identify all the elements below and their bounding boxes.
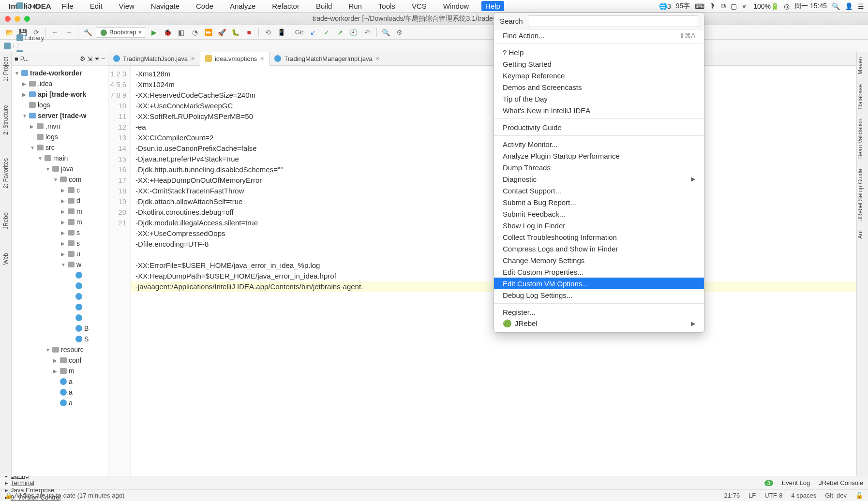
jrebel-debug-icon[interactable]: 🐛 — [230, 27, 241, 38]
bottom-right-item[interactable]: JRebel Console — [819, 479, 863, 486]
tree-node[interactable] — [12, 280, 108, 291]
menu-analyze[interactable]: Analyze — [226, 1, 259, 11]
project-tree[interactable]: ■P... ⚙ ⇲ ✷ − ▼trade-workorder▶.idea▶api… — [12, 52, 108, 476]
tree-node[interactable]: ▶m — [12, 366, 108, 376]
breadcrumb-segment[interactable]: Users — [16, 2, 75, 10]
tree-node[interactable]: ▶.mvn — [12, 121, 108, 132]
help-item[interactable]: Dump Threads — [494, 162, 704, 173]
tree-node[interactable]: a — [12, 398, 108, 408]
help-item[interactable]: Submit a Bug Report... — [494, 196, 704, 208]
git-rollback-icon[interactable]: ↶ — [362, 27, 373, 38]
help-item[interactable]: ? Help — [494, 46, 704, 58]
open-icon[interactable]: 📂 — [4, 27, 15, 38]
help-item[interactable]: Show Log in Finder — [494, 220, 704, 231]
mic-icon[interactable]: 🎙 — [709, 2, 716, 10]
tool-tab-2-favorites[interactable]: 2: Favorites — [2, 156, 9, 191]
run-icon[interactable]: ▶ — [149, 27, 160, 38]
profile-icon[interactable]: ◔ — [190, 27, 200, 38]
tree-node[interactable] — [12, 270, 108, 280]
build-icon[interactable]: 🔨 — [82, 27, 93, 38]
attach-icon[interactable]: ⏩ — [203, 27, 214, 38]
jrebel-run-icon[interactable]: 🚀 — [217, 27, 227, 38]
ime-indicator[interactable]: 95字 — [676, 2, 690, 11]
help-item[interactable]: Compress Logs and Show in Finder — [494, 243, 704, 254]
gradle-sync-icon[interactable]: ⟲ — [263, 27, 273, 38]
project-tree-header[interactable]: ■P... ⚙ ⇲ ✷ − — [12, 52, 108, 66]
help-item[interactable]: Tip of the Day — [494, 93, 704, 104]
menu-window[interactable]: Window — [439, 1, 473, 11]
debug-icon[interactable]: 🐞 — [163, 27, 173, 38]
status-item[interactable]: Git: dev — [825, 492, 847, 499]
menu-vcs[interactable]: VCS — [408, 1, 431, 11]
tree-node[interactable]: ▼main — [12, 153, 108, 163]
git-update-icon[interactable]: ↙ — [308, 27, 318, 38]
menu-tools[interactable]: Tools — [374, 1, 399, 11]
settings-icon[interactable]: ⚙ — [394, 27, 405, 38]
status-item[interactable]: 4 spaces — [791, 492, 816, 499]
zoom-window-button[interactable] — [24, 16, 30, 22]
event-log-badge[interactable]: 3 — [764, 479, 773, 486]
wifi-icon[interactable]: ᯤ — [742, 2, 748, 10]
help-item[interactable]: Keymap Reference — [494, 70, 704, 81]
help-item[interactable]: 🟢JRebel▶ — [494, 318, 704, 329]
tool-tab-jrebel[interactable]: JRebel — [2, 209, 9, 231]
close-tab-icon[interactable]: ✕ — [191, 56, 195, 62]
tree-node[interactable] — [12, 302, 108, 312]
tree-node[interactable]: ▼trade-workorder — [12, 68, 108, 78]
tree-node[interactable]: ▼server [trade-w — [12, 110, 108, 121]
tree-node[interactable]: ▶s — [12, 227, 108, 238]
clock[interactable]: 周一 15:45 — [794, 2, 827, 11]
padlock-icon[interactable]: 🔓 — [855, 492, 863, 499]
close-tab-icon[interactable]: ✕ — [375, 56, 380, 62]
tree-node[interactable]: ▶u — [12, 249, 108, 259]
git-push-icon[interactable]: ↗ — [335, 27, 345, 38]
help-item[interactable]: Demos and Screencasts — [494, 81, 704, 93]
menu-navigate[interactable]: Navigate — [147, 1, 183, 11]
tool-tab-database[interactable]: Database — [857, 79, 864, 114]
tree-node[interactable]: logs — [12, 132, 108, 142]
tree-node[interactable]: a — [12, 376, 108, 387]
status-item[interactable]: LF — [748, 492, 756, 499]
search-everywhere-icon[interactable]: 🔍 — [381, 27, 391, 38]
tree-node[interactable]: ▶.idea — [12, 78, 108, 89]
editor-tab[interactable]: idea.vmoptions✕ — [200, 52, 269, 66]
bottom-right-item[interactable]: Event Log — [782, 479, 810, 486]
help-item[interactable]: Edit Custom Properties... — [494, 266, 704, 278]
tree-node[interactable]: ▶api [trade-work — [12, 89, 108, 100]
help-item[interactable]: Submit Feedback... — [494, 208, 704, 220]
tree-node[interactable]: ▶m — [12, 206, 108, 217]
tree-node[interactable]: ▶m — [12, 217, 108, 227]
tool-tab-bean-validation[interactable]: Bean Validation — [857, 114, 864, 163]
tree-node[interactable]: ▶conf — [12, 355, 108, 366]
menu-run[interactable]: Run — [344, 1, 366, 11]
tree-node[interactable]: ▼src — [12, 142, 108, 153]
status-item[interactable]: UTF-8 — [764, 492, 782, 499]
tool-tab-maven[interactable]: Maven — [857, 52, 864, 79]
editor-tab[interactable]: TradingMatchJson.java✕ — [108, 52, 200, 65]
close-window-button[interactable] — [5, 16, 11, 22]
globe-icon[interactable]: 🌐3 — [659, 2, 671, 10]
breadcrumb-segment[interactable]: Library — [16, 34, 75, 42]
help-item[interactable]: Analyze Plugin Startup Performance — [494, 150, 704, 162]
git-history-icon[interactable]: 🕘 — [348, 27, 359, 38]
help-item[interactable]: Productivity Guide — [494, 121, 704, 133]
stop-icon[interactable]: ■ — [244, 27, 254, 38]
tree-node[interactable]: ▼resourc — [12, 344, 108, 355]
minimize-window-button[interactable] — [15, 16, 20, 22]
tree-node[interactable]: a — [12, 387, 108, 398]
help-item[interactable]: Contact Support... — [494, 185, 704, 196]
tool-tab-1-project[interactable]: 1: Project — [2, 55, 9, 84]
menu-build[interactable]: Build — [312, 1, 336, 11]
tree-node[interactable] — [12, 312, 108, 323]
help-search-input[interactable] — [528, 15, 698, 27]
battery-indicator[interactable]: 100% 🔋 — [753, 2, 779, 10]
screen-icon[interactable]: ⧉ — [721, 2, 726, 10]
help-item[interactable]: Getting Started — [494, 58, 704, 70]
help-item[interactable]: Collect Troubleshooting Information — [494, 231, 704, 243]
git-commit-icon[interactable]: ✓ — [321, 27, 332, 38]
tree-node[interactable] — [12, 291, 108, 302]
tool-tab-web[interactable]: Web — [2, 251, 9, 266]
menu-refactor[interactable]: Refactor — [268, 1, 303, 11]
help-item[interactable]: Find Action...⇧⌘A — [494, 29, 704, 41]
tree-node[interactable]: B — [12, 323, 108, 334]
